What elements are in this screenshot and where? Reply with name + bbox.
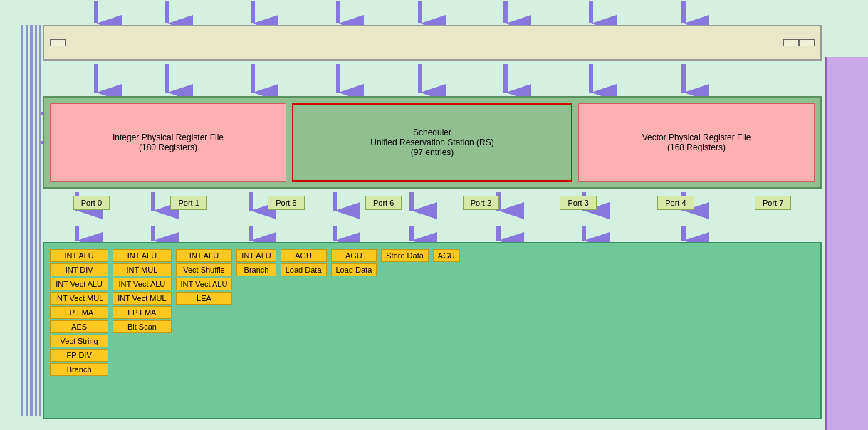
- eu-branch-3: Branch: [236, 263, 276, 276]
- eu-int-alu-2: INT ALU: [176, 249, 233, 262]
- main-container: Integer Physical Register File(180 Regis…: [0, 0, 868, 430]
- eu-fp-div-0: FP DIV: [50, 349, 108, 362]
- eu-bit-scan-1: Bit Scan: [113, 320, 171, 333]
- port-0: Port 0: [73, 196, 110, 210]
- eu-int-vect-alu-0: INT Vect ALU: [50, 278, 108, 290]
- scheduler-text: SchedulerUnified Reservation Station (RS…: [370, 127, 493, 157]
- port-2: Port 2: [463, 196, 499, 210]
- middle-section: Integer Physical Register File(180 Regis…: [43, 96, 822, 189]
- eu-vect-string-0: Vect String: [50, 335, 108, 347]
- port-7: Port 7: [755, 196, 791, 210]
- port-6: Port 6: [365, 196, 402, 210]
- eu-int-alu-0: INT ALU: [50, 249, 108, 262]
- eu-col-1: INT ALU INT MUL INT Vect ALU INT Vect MU…: [113, 249, 171, 412]
- eu-int-alu-3: INT ALU: [236, 249, 276, 262]
- eu-col-5: AGU Load Data: [331, 249, 377, 412]
- right-panel: [825, 57, 868, 430]
- eu-int-vect-alu-2: INT Vect ALU: [176, 278, 233, 290]
- eu-int-vect-mul-0: INT Vect MUL: [50, 292, 108, 305]
- eu-store-data-6: Store Data: [381, 249, 429, 262]
- int-reg-file-text: Integer Physical Register File(180 Regis…: [113, 132, 224, 152]
- zeroing-idioms-box: [799, 39, 815, 46]
- eu-fp-fma-0: FP FMA: [50, 306, 108, 319]
- eu-lea-2: LEA: [176, 292, 233, 305]
- eu-int-div-0: INT DIV: [50, 263, 108, 276]
- move-elimination-box: [50, 39, 66, 46]
- eu-load-data-5: Load Data: [331, 263, 377, 276]
- eu-int-alu-1: INT ALU: [113, 249, 171, 262]
- port-4: Port 4: [657, 196, 694, 210]
- port-1: Port 1: [170, 196, 206, 210]
- left-bus-bars: [21, 25, 41, 416]
- eu-branch-0: Branch: [50, 363, 108, 376]
- eu-int-vect-alu-1: INT Vect ALU: [113, 278, 171, 290]
- ones-idioms-box: [783, 39, 799, 46]
- vec-reg-file-text: Vector Physical Register File(168 Regist…: [642, 132, 751, 152]
- eu-int-mul-1: INT MUL: [113, 263, 171, 276]
- eu-vect-shuffle-2: Vect Shuffle: [176, 263, 233, 276]
- port-row: Port 0 Port 1 Port 5 Port 6 Port 2 Port …: [43, 196, 822, 210]
- eu-col-2: INT ALU Vect Shuffle INT Vect ALU LEA: [176, 249, 233, 412]
- eu-col-0: INT ALU INT DIV INT Vect ALU INT Vect MU…: [50, 249, 108, 412]
- eu-aes-0: AES: [50, 320, 108, 333]
- eu-section: INT ALU INT DIV INT Vect ALU INT Vect MU…: [43, 242, 822, 419]
- eu-col-6: Store Data: [381, 249, 429, 412]
- eu-load-data-4: Load Data: [281, 263, 327, 276]
- eu-agu-5: AGU: [331, 249, 377, 262]
- eu-agu-4: AGU: [281, 249, 327, 262]
- top-banner: [43, 25, 822, 61]
- int-reg-file: Integer Physical Register File(180 Regis…: [50, 103, 286, 182]
- vec-reg-file: Vector Physical Register File(168 Regist…: [578, 103, 815, 182]
- eu-col-3: INT ALU Branch: [236, 249, 276, 412]
- eu-col-7: AGU: [433, 249, 460, 412]
- port-3: Port 3: [560, 196, 596, 210]
- eu-col-4: AGU Load Data: [281, 249, 327, 412]
- eu-int-vect-mul-1: INT Vect MUL: [113, 292, 171, 305]
- eu-agu-7: AGU: [433, 249, 460, 262]
- scheduler-box: SchedulerUnified Reservation Station (RS…: [292, 103, 572, 182]
- eu-fp-fma-1: FP FMA: [113, 306, 171, 319]
- port-5: Port 5: [268, 196, 304, 210]
- eu-columns: INT ALU INT DIV INT Vect ALU INT Vect MU…: [50, 249, 815, 412]
